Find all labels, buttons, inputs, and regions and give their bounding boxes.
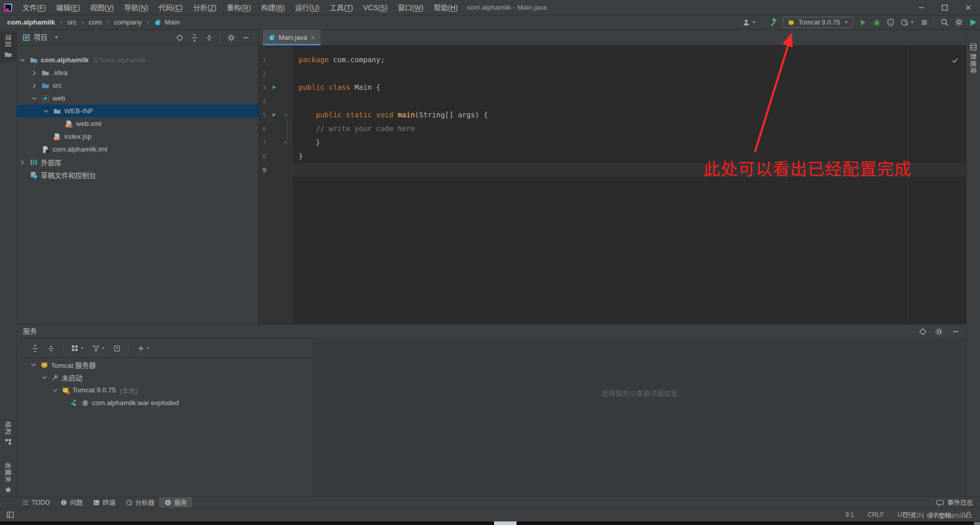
services-tree-item[interactable]: Tomcat 服务器 [17, 358, 313, 371]
maximize-icon [941, 4, 949, 12]
minimize-icon [917, 4, 925, 12]
maximize-button[interactable] [933, 0, 957, 15]
code-line: } [299, 149, 488, 163]
menu-N[interactable]: 导航(N) [119, 0, 153, 15]
breadcrumb-item[interactable]: company [114, 18, 142, 26]
watermark-text: CSDN @Alphamilk [902, 511, 967, 519]
inspection-ok-icon[interactable] [951, 56, 959, 64]
project-tree-item[interactable]: .idea [17, 66, 258, 79]
tool-window-tab-TODO[interactable]: TODO [17, 497, 55, 508]
menu-T[interactable]: 工具(T) [325, 0, 358, 15]
run-with-coverage-button[interactable]: C [887, 18, 895, 27]
menu-U[interactable]: 运行(U) [290, 0, 324, 15]
close-tab-icon[interactable] [310, 35, 315, 40]
code-line: public class Main { [299, 81, 488, 94]
chevron-down-icon[interactable] [54, 35, 59, 40]
hide-panel-button[interactable] [951, 328, 960, 336]
chevron-down-icon[interactable] [51, 386, 59, 394]
menu-V[interactable]: 视图(V) [85, 0, 119, 15]
ide-plugin-logo-icon[interactable] [969, 18, 978, 27]
services-tree-item[interactable]: ?com.alphamilk:war exploded [17, 396, 313, 409]
project-tree-item[interactable]: 外部库 [17, 156, 258, 168]
project-tree-item[interactable]: web [17, 92, 258, 105]
tree-item-label: web [53, 94, 65, 102]
project-panel-title[interactable]: 项目 [34, 30, 47, 45]
menu-S[interactable]: VCS(S) [358, 0, 393, 15]
locate-file-button[interactable] [176, 34, 184, 42]
right-margin-guide [908, 46, 909, 324]
chevron-down-icon[interactable] [42, 107, 50, 115]
tool-button-favorites[interactable]: 收藏夹 [0, 459, 16, 497]
hide-panel-button[interactable] [242, 34, 250, 42]
editor-tab-main-java[interactable]: C Main.java [263, 30, 321, 45]
event-log-button[interactable]: 事件日志 [936, 497, 973, 508]
window-title: com.alphamilk - Main.java [467, 0, 547, 15]
code-editor[interactable]: 123456789 package com.company;public cla… [259, 46, 966, 324]
project-tree-item[interactable]: <>web.xml [17, 117, 258, 130]
code-with-me-button[interactable] [742, 18, 756, 27]
menu-R[interactable]: 重构(R) [222, 0, 256, 15]
breadcrumb-item[interactable]: com.alphamilk [7, 18, 55, 26]
collapse-all-button[interactable] [205, 34, 213, 42]
tool-window-tab-服务[interactable]: 服务 [159, 497, 192, 508]
tool-button-project[interactable]: 项目 [0, 31, 16, 62]
chevron-right-icon[interactable] [30, 69, 38, 77]
debug-button[interactable] [873, 18, 881, 27]
expand-all-button[interactable] [190, 34, 199, 42]
close-button[interactable] [957, 0, 980, 15]
run-configuration-select[interactable]: Tomcat 9.0.75 [783, 17, 853, 28]
menu-H[interactable]: 帮助(H) [429, 0, 463, 15]
chevron-down-icon[interactable] [40, 373, 48, 382]
tool-window-tab-终端[interactable]: 终端 [88, 497, 120, 508]
panel-settings-button[interactable] [227, 34, 235, 42]
fold-end-icon[interactable] [283, 139, 289, 145]
chevron-right-icon[interactable] [30, 82, 38, 90]
tab-label: 终端 [103, 497, 115, 507]
project-tree-item[interactable]: src [17, 79, 258, 92]
tool-button-database[interactable]: 数据库 [967, 40, 980, 78]
layout-panels-icon[interactable] [6, 511, 14, 519]
tree-item-label: com.alphamilk:war exploded [92, 399, 179, 407]
menu-B[interactable]: 构建(B) [256, 0, 290, 15]
services-tree-item[interactable]: 未启动 [17, 371, 313, 384]
tool-window-tab-问题[interactable]: 问题 [55, 497, 88, 508]
breadcrumb-item[interactable]: com [89, 18, 102, 26]
services-tree-item[interactable]: Tomcat 9.0.75[本地] [17, 384, 313, 396]
run-line-icon[interactable] [271, 84, 277, 90]
breadcrumb-item[interactable]: src [67, 18, 77, 26]
settings-button[interactable] [954, 18, 963, 27]
caret-position-widget[interactable]: 9:1 [845, 511, 854, 518]
menu-Z[interactable]: 分析(Z) [188, 0, 222, 15]
fold-icon[interactable] [283, 112, 289, 118]
search-everywhere-button[interactable] [940, 18, 949, 27]
menu-F[interactable]: 文件(F) [17, 0, 51, 15]
chevron-down-icon[interactable] [18, 56, 27, 64]
stop-button[interactable] [920, 18, 928, 27]
locate-button[interactable] [919, 328, 927, 336]
code-line: public static void main(String[] args) { [299, 108, 488, 122]
chevron-down-icon[interactable] [30, 94, 38, 103]
chevron-down-icon[interactable] [30, 361, 38, 369]
menu-C[interactable]: 代码(C) [154, 0, 188, 15]
line-ending-widget[interactable]: CRLF [867, 511, 884, 518]
project-tree-item[interactable]: WEB-INF [17, 105, 258, 117]
tool-window-tab-分析器[interactable]: 分析器 [120, 497, 160, 508]
minimize-button[interactable] [910, 0, 933, 15]
chevron-right-icon[interactable] [18, 158, 27, 166]
profiler-button[interactable] [900, 18, 915, 27]
services-panel-title[interactable]: 服务 [23, 324, 37, 339]
panel-settings-button[interactable] [935, 328, 943, 336]
run-line-icon[interactable] [271, 112, 277, 118]
project-tree-item[interactable]: com.alphamilk.iml [17, 143, 258, 156]
tree-item-label: Tomcat 服务器 [51, 360, 96, 370]
tree-item-label: com.alphamilk [41, 56, 89, 64]
breadcrumb-item[interactable]: Main [165, 18, 180, 26]
menu-W[interactable]: 窗口(W) [393, 0, 429, 15]
project-tree-item[interactable]: com.alphamilkE:\com.alphamilk [17, 54, 258, 66]
project-tree-item[interactable]: JSPindex.jsp [17, 130, 258, 143]
project-tree-item[interactable]: 草稿文件和控制台 [17, 168, 258, 181]
tool-button-structure[interactable]: 结构 [0, 418, 16, 449]
menu-E[interactable]: 编辑(E) [51, 0, 85, 15]
run-button[interactable] [859, 18, 867, 27]
build-button[interactable] [768, 18, 777, 27]
